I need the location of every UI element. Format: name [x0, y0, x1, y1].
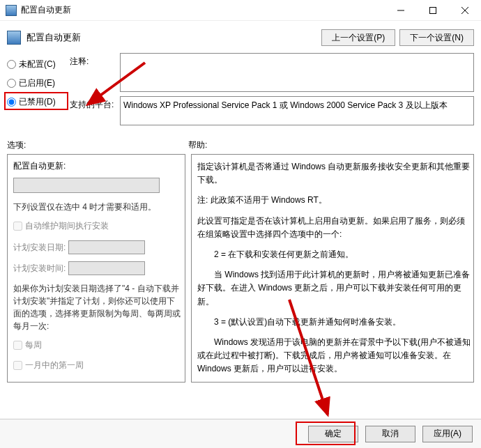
cancel-button[interactable]: 取消	[365, 426, 415, 442]
policy-title: 配置自动更新	[26, 31, 317, 44]
radio-column: 未配置(C) 已启用(E) 已禁用(D)	[7, 53, 70, 130]
fields-column: 注释: 支持的平台: Windows XP Professional Servi…	[70, 53, 474, 130]
options-paragraph: 如果你为计划安装日期选择了"4 - 自动下载并计划安装"并指定了计划，则你还可以…	[13, 282, 183, 332]
next-setting-button[interactable]: 下一个设置(N)	[399, 29, 474, 46]
install-time-label: 计划安装时间:	[13, 263, 66, 275]
help-p7: Windows 发现适用于该电脑的更新并在背景中予以下载(用户不被通知或在此过程…	[197, 336, 471, 376]
weekly-checkbox[interactable]: 每周	[13, 339, 183, 351]
maintenance-checkbox[interactable]: 自动维护期间执行安装	[13, 220, 183, 232]
app-icon	[6, 5, 17, 16]
policy-icon	[7, 31, 21, 45]
install-day-label: 计划安装日期:	[13, 242, 66, 254]
install-day-select[interactable]	[68, 240, 145, 254]
help-p4: 2 = 在下载和安装任何更新之前通知。	[197, 248, 471, 261]
update-mode-select[interactable]	[13, 178, 160, 193]
radio-disabled-input[interactable]	[7, 98, 16, 107]
config-row: 未配置(C) 已启用(E) 已禁用(D) 注释: 支持的平台: Windows …	[0, 52, 481, 134]
help-p1: 指定该计算机是否将通过 Windows 自动更新服务接收安全更新和其他重要下载。	[197, 160, 471, 187]
help-panel[interactable]: 指定该计算机是否将通过 Windows 自动更新服务接收安全更新和其他重要下载。…	[191, 154, 474, 383]
radio-enabled[interactable]: 已启用(E)	[7, 77, 70, 89]
window-title: 配置自动更新	[21, 4, 385, 16]
help-p6: 3 = (默认设置)自动下载更新并通知何时准备安装。	[197, 316, 471, 329]
maximize-button[interactable]	[417, 0, 449, 21]
radio-not-configured-input[interactable]	[7, 60, 16, 69]
comment-input[interactable]	[120, 53, 474, 92]
prev-setting-button[interactable]: 上一个设置(P)	[321, 29, 395, 46]
help-p2: 注: 此政策不适用于 Windows RT。	[197, 194, 471, 207]
options-panel[interactable]: 配置自动更新: 下列设置仅在选中 4 时才需要和适用。 自动维护期间执行安装 计…	[7, 154, 185, 383]
options-title: 配置自动更新:	[13, 160, 183, 172]
options-label: 选项:	[7, 139, 188, 151]
comment-label: 注释:	[70, 53, 120, 92]
panel-labels: 选项: 帮助:	[0, 134, 481, 154]
radio-enabled-label: 已启用(E)	[19, 77, 55, 89]
ok-button[interactable]: 确定	[308, 426, 358, 442]
panels: 配置自动更新: 下列设置仅在选中 4 时才需要和适用。 自动维护期间执行安装 计…	[0, 154, 481, 383]
install-time-select[interactable]	[68, 261, 145, 275]
title-bar: 配置自动更新	[0, 0, 481, 21]
first-week-checkbox-input[interactable]	[13, 361, 22, 370]
help-label: 帮助:	[188, 139, 207, 151]
options-note: 下列设置仅在选中 4 时才需要和适用。	[13, 201, 183, 213]
radio-disabled-label: 已禁用(D)	[19, 96, 56, 108]
first-week-checkbox[interactable]: 一月中的第一周	[13, 360, 183, 371]
maintenance-checkbox-input[interactable]	[13, 222, 22, 231]
svg-rect-1	[430, 7, 436, 13]
bottom-bar: 确定 取消 应用(A)	[0, 419, 481, 448]
maintenance-checkbox-label: 自动维护期间执行安装	[25, 220, 109, 232]
header-row: 配置自动更新 上一个设置(P) 下一个设置(N)	[0, 21, 481, 52]
help-p3: 此设置可指定是否在该计算机上启用自动更新。如果启用了服务，则必须在组策略设置中选…	[197, 215, 471, 241]
close-button[interactable]	[449, 0, 481, 21]
radio-disabled[interactable]: 已禁用(D)	[7, 96, 70, 108]
minimize-button[interactable]	[385, 0, 417, 21]
first-week-checkbox-label: 一月中的第一周	[25, 360, 84, 371]
radio-not-configured[interactable]: 未配置(C)	[7, 59, 70, 70]
apply-button[interactable]: 应用(A)	[422, 426, 473, 442]
weekly-checkbox-label: 每周	[25, 339, 42, 351]
weekly-checkbox-input[interactable]	[13, 341, 22, 350]
radio-enabled-input[interactable]	[7, 79, 16, 88]
platform-text: Windows XP Professional Service Pack 1 或…	[120, 96, 474, 125]
radio-not-configured-label: 未配置(C)	[19, 59, 56, 70]
platform-label: 支持的平台:	[70, 96, 120, 125]
help-p5: 当 Windows 找到适用于此计算机的更新时，用户将被通知更新已准备好下载。在…	[197, 268, 471, 309]
